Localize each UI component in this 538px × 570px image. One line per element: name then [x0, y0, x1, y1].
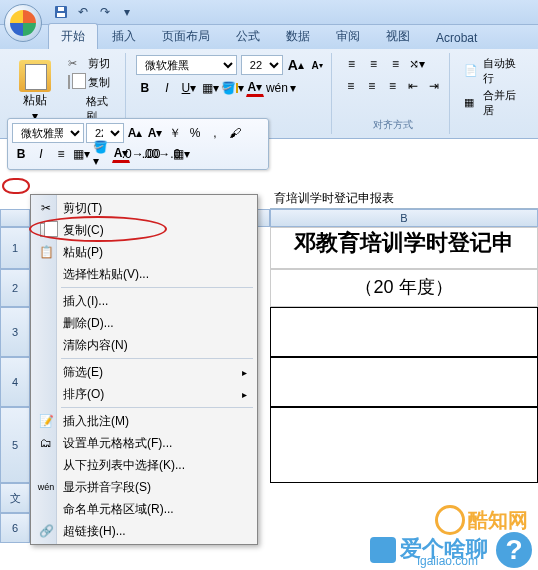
orientation-button[interactable]: ⤭▾: [408, 55, 426, 73]
wrap-label: 自动换行: [483, 56, 524, 86]
tab-formulas[interactable]: 公式: [224, 24, 272, 49]
col-header-b[interactable]: B: [270, 209, 538, 227]
ctx-format-label: 设置单元格格式(F)...: [63, 435, 172, 452]
mini-brush-icon[interactable]: 🖌: [226, 124, 244, 142]
ctx-paste[interactable]: 📋粘贴(P): [33, 241, 255, 263]
tab-data[interactable]: 数据: [274, 24, 322, 49]
ctx-name-label: 命名单元格区域(R)...: [63, 501, 174, 518]
row-header-2[interactable]: 2: [0, 269, 30, 307]
align-left-button[interactable]: ≡: [342, 77, 359, 95]
undo-icon[interactable]: ↶: [74, 3, 92, 21]
ctx-hyperlink-label: 超链接(H)...: [63, 523, 126, 540]
tab-home[interactable]: 开始: [48, 23, 98, 49]
alignment-group-label: 对齐方式: [342, 118, 442, 132]
ctx-hyperlink[interactable]: 🔗超链接(H)...: [33, 520, 255, 542]
quick-access-toolbar: ↶ ↷ ▾: [52, 3, 136, 21]
row-header-1[interactable]: 1: [0, 227, 30, 269]
cell-b1[interactable]: 邓教育培训学时登记申: [270, 227, 538, 269]
chevron-right-icon: ▸: [242, 389, 247, 400]
formula-input[interactable]: [270, 192, 538, 206]
fill-color-button[interactable]: 🪣▾: [224, 79, 242, 97]
italic-button[interactable]: I: [158, 79, 176, 97]
ctx-delete[interactable]: 删除(D)...: [33, 312, 255, 334]
cell-b4[interactable]: [270, 357, 538, 407]
ctx-clear[interactable]: 清除内容(N): [33, 334, 255, 356]
bold-button[interactable]: B: [136, 79, 154, 97]
mini-border[interactable]: ▦▾: [72, 145, 90, 163]
kuzhi-logo-icon: [435, 505, 465, 535]
wrap-text-button[interactable]: 📄自动换行: [460, 55, 528, 87]
font-color-button[interactable]: A▾: [246, 79, 264, 97]
copy-button[interactable]: 复制: [64, 74, 119, 91]
ctx-paste-label: 粘贴(P): [63, 244, 103, 261]
align-middle-button[interactable]: ≡: [364, 55, 382, 73]
ctx-filter-label: 筛选(E): [63, 364, 103, 381]
mini-increase-font[interactable]: A▴: [126, 124, 144, 142]
mini-italic[interactable]: I: [32, 145, 50, 163]
save-icon[interactable]: [52, 3, 70, 21]
scissors-icon: ✂: [38, 200, 54, 216]
border-button[interactable]: ▦▾: [202, 79, 220, 97]
mini-currency[interactable]: ￥: [166, 124, 184, 142]
svg-rect-2: [58, 7, 64, 11]
tab-page-layout[interactable]: 页面布局: [150, 24, 222, 49]
decrease-indent-button[interactable]: ⇤: [405, 77, 422, 95]
ctx-insert-label: 插入(I)...: [63, 293, 108, 310]
ctx-format-cells[interactable]: 🗂设置单元格格式(F)...: [33, 432, 255, 454]
select-all-corner[interactable]: [0, 209, 30, 227]
hyperlink-icon: 🔗: [38, 523, 54, 539]
mini-comma[interactable]: ,: [206, 124, 224, 142]
mini-decrease-font[interactable]: A▾: [146, 124, 164, 142]
row-header-pinyin[interactable]: 文: [0, 483, 30, 513]
increase-indent-button[interactable]: ⇥: [426, 77, 443, 95]
ctx-delete-label: 删除(D)...: [63, 315, 114, 332]
redo-icon[interactable]: ↷: [96, 3, 114, 21]
ctx-sort[interactable]: 排序(O)▸: [33, 383, 255, 405]
mini-bold[interactable]: B: [12, 145, 30, 163]
decrease-font-button[interactable]: A▾: [309, 56, 326, 74]
cell-b5[interactable]: [270, 407, 538, 483]
tab-view[interactable]: 视图: [374, 24, 422, 49]
row-header-5[interactable]: 5: [0, 407, 30, 483]
align-right-button[interactable]: ≡: [384, 77, 401, 95]
ctx-cut[interactable]: ✂剪切(T): [33, 197, 255, 219]
row-header-4[interactable]: 4: [0, 357, 30, 407]
ctx-paste-special[interactable]: 选择性粘贴(V)...: [33, 263, 255, 285]
paste-icon: [19, 60, 51, 92]
tab-review[interactable]: 审阅: [324, 24, 372, 49]
mini-align-center[interactable]: ≡: [52, 145, 70, 163]
tab-acrobat[interactable]: Acrobat: [424, 27, 489, 49]
select-all-highlight-ring: [2, 178, 30, 194]
align-bottom-button[interactable]: ≡: [386, 55, 404, 73]
cell-b2[interactable]: （20 年度）: [270, 269, 538, 307]
ctx-pick-list[interactable]: 从下拉列表中选择(K)...: [33, 454, 255, 476]
ctx-insert[interactable]: 插入(I)...: [33, 290, 255, 312]
tab-insert[interactable]: 插入: [100, 24, 148, 49]
mini-font-name[interactable]: 微软雅黑: [12, 123, 84, 143]
mini-percent[interactable]: %: [186, 124, 204, 142]
qat-dropdown-icon[interactable]: ▾: [118, 3, 136, 21]
row-header-6[interactable]: 6: [0, 513, 30, 543]
mini-merge[interactable]: ▦▾: [172, 145, 190, 163]
font-name-select[interactable]: 微软雅黑: [136, 55, 237, 75]
ctx-sort-label: 排序(O): [63, 386, 104, 403]
mini-fill-color[interactable]: 🪣▾: [92, 145, 110, 163]
mini-inc-decimal[interactable]: .00→.0: [152, 145, 170, 163]
watermark-kuzhi: 酷知网: [435, 505, 528, 535]
align-center-button[interactable]: ≡: [363, 77, 380, 95]
row-header-3[interactable]: 3: [0, 307, 30, 357]
ctx-insert-comment[interactable]: 📝插入批注(M): [33, 410, 255, 432]
cut-button[interactable]: ✂剪切: [64, 55, 119, 72]
increase-font-button[interactable]: A▴: [287, 56, 305, 74]
underline-button[interactable]: U▾: [180, 79, 198, 97]
ctx-filter[interactable]: 筛选(E)▸: [33, 361, 255, 383]
ctx-show-pinyin[interactable]: wén显示拼音字段(S): [33, 476, 255, 498]
align-top-button[interactable]: ≡: [342, 55, 360, 73]
cell-b3[interactable]: [270, 307, 538, 357]
merge-center-button[interactable]: ▦合并后居: [460, 87, 528, 119]
office-button[interactable]: [4, 4, 42, 42]
font-size-select[interactable]: 22: [241, 55, 283, 75]
pinyin-button[interactable]: wén: [268, 79, 286, 97]
chevron-right-icon: ▸: [242, 367, 247, 378]
ctx-name-range[interactable]: 命名单元格区域(R)...: [33, 498, 255, 520]
